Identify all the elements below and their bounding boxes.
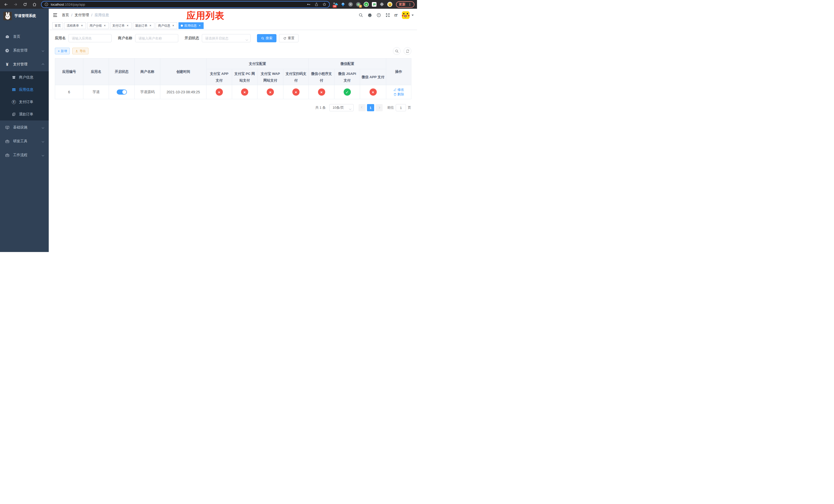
- profile-avatar-icon[interactable]: [387, 2, 392, 7]
- help-icon[interactable]: ?: [376, 13, 381, 18]
- user-menu-caret-icon[interactable]: [412, 15, 414, 16]
- col-header-created: 创建时间: [160, 59, 206, 85]
- tab-home[interactable]: 首页: [52, 22, 63, 29]
- browser-back-icon[interactable]: [3, 1, 9, 8]
- table-toolbar: + 新增 导出: [55, 47, 411, 55]
- sidebar-item-app-info[interactable]: 应用信息: [0, 84, 49, 96]
- prev-page-button[interactable]: [358, 104, 366, 111]
- current-page[interactable]: 1: [367, 104, 374, 111]
- refresh-table-button[interactable]: [404, 47, 411, 55]
- bookmark-star-icon[interactable]: [322, 2, 327, 6]
- add-button[interactable]: + 新增: [55, 48, 70, 54]
- github-icon[interactable]: [368, 13, 372, 18]
- channel-status-icon: ✓: [344, 88, 351, 96]
- browser-menu-icon[interactable]: ⋮: [408, 2, 412, 6]
- pagination: 共 1 条 10条/页 1 前往 页: [55, 104, 411, 111]
- password-key-icon[interactable]: [306, 2, 311, 6]
- sidebar-item-refund-orders[interactable]: 退款订单: [0, 108, 49, 120]
- sidebar-item-home[interactable]: 首页: [0, 30, 49, 44]
- close-icon[interactable]: ×: [149, 24, 152, 27]
- header-search-icon[interactable]: [358, 13, 363, 18]
- tab-pay-orders[interactable]: 支付订单×: [110, 22, 132, 29]
- breadcrumb-section[interactable]: 支付管理: [74, 13, 89, 18]
- extension-y-icon[interactable]: y: [364, 2, 369, 7]
- yen-icon: ¥: [5, 62, 9, 67]
- chevron-down-icon: [42, 153, 44, 157]
- address-bar[interactable]: localhost:1024/pay/app: [41, 1, 330, 8]
- tab-merchant-info[interactable]: 商户信息×: [156, 22, 177, 29]
- col-header-status: 开启状态: [109, 59, 135, 85]
- sidebar-item-pay-orders[interactable]: ¥ 支付订单: [0, 96, 49, 108]
- extension-area: 10 ⌘ 1 y: [332, 2, 394, 7]
- navbar-actions: ? tT: [354, 11, 414, 19]
- sidebar-collapse-icon[interactable]: [52, 13, 58, 18]
- app-title: 芋道管理系统: [14, 14, 36, 18]
- browser-update-button[interactable]: 更新 ⋮: [396, 1, 414, 8]
- reset-button[interactable]: 重置: [279, 34, 299, 42]
- close-icon[interactable]: ×: [198, 24, 201, 27]
- active-dot: [181, 25, 183, 27]
- breadcrumb: 首页 / 支付管理 / 应用信息: [62, 13, 109, 18]
- status-label: 开启状态: [185, 36, 199, 41]
- user-avatar[interactable]: [402, 11, 410, 19]
- app-name-input[interactable]: [68, 34, 112, 42]
- col-header-wx-lite: 微信小程序支付: [309, 69, 334, 85]
- close-icon[interactable]: ×: [172, 24, 175, 27]
- yen-circle-icon: ¥: [12, 100, 16, 104]
- browser-reload-icon[interactable]: [22, 1, 28, 8]
- documents-icon: [12, 112, 16, 116]
- channel-status-icon: ×: [216, 88, 223, 96]
- share-icon[interactable]: [314, 2, 319, 6]
- tab-user-group[interactable]: 用户分组×: [87, 22, 109, 29]
- extension-chat-icon[interactable]: [372, 2, 376, 7]
- close-icon[interactable]: ×: [80, 24, 84, 27]
- goto-page-input[interactable]: [396, 104, 406, 111]
- tab-process-form[interactable]: 流程表单×: [64, 22, 86, 29]
- app-name-label: 应用名: [55, 36, 66, 41]
- font-size-icon[interactable]: tT: [394, 13, 397, 18]
- close-icon[interactable]: ×: [126, 24, 129, 27]
- extension-blocks-icon[interactable]: 10: [333, 2, 338, 7]
- extension-badge: 1: [359, 5, 362, 8]
- tab-app-info-active[interactable]: 应用信息×: [178, 22, 204, 29]
- channel-status-icon: ×: [292, 88, 300, 96]
- export-button[interactable]: 导出: [72, 48, 88, 54]
- site-info-icon[interactable]: [44, 2, 48, 6]
- extension-command-icon[interactable]: ⌘: [348, 2, 353, 7]
- breadcrumb-home[interactable]: 首页: [62, 13, 69, 18]
- next-page-button[interactable]: [375, 104, 382, 111]
- delete-link[interactable]: 删除: [393, 92, 404, 97]
- status-toggle[interactable]: [117, 90, 127, 95]
- logo-image: [3, 12, 12, 20]
- status-select[interactable]: [202, 34, 250, 42]
- browser-home-icon[interactable]: [31, 1, 38, 8]
- cell-alipay-wap: ×: [258, 85, 283, 99]
- search-button[interactable]: 搜索: [257, 34, 277, 42]
- fullscreen-icon[interactable]: [386, 13, 390, 18]
- sidebar-item-workflow[interactable]: 工作流程: [0, 148, 49, 162]
- merchant-name-label: 商户名称: [118, 36, 132, 41]
- channel-status-icon: ×: [318, 88, 325, 96]
- sidebar-item-infrastructure[interactable]: 基础设施: [0, 120, 49, 134]
- close-icon[interactable]: ×: [103, 24, 106, 27]
- tab-refund-orders[interactable]: 退款订单×: [133, 22, 154, 29]
- chevron-up-icon: [42, 62, 44, 66]
- chevron-down-icon: [349, 107, 351, 111]
- app-logo[interactable]: 芋道管理系统: [0, 9, 49, 23]
- extensions-puzzle-icon[interactable]: [379, 2, 384, 7]
- toolbox-icon: [5, 139, 9, 143]
- extension-green-dot-icon[interactable]: 1: [356, 2, 360, 7]
- sidebar-item-dev-tools[interactable]: 研发工具: [0, 134, 49, 148]
- edit-link[interactable]: 修改: [393, 87, 404, 92]
- col-header-merchant: 商户名称: [135, 59, 160, 85]
- sidebar-item-merchant-info[interactable]: 商户信息: [0, 71, 49, 84]
- browser-forward-icon[interactable]: [12, 1, 19, 8]
- dashboard-icon: [5, 35, 9, 39]
- extension-kite-icon[interactable]: [341, 2, 345, 7]
- page-size-select[interactable]: 10条/页: [329, 104, 354, 111]
- show-search-toggle-button[interactable]: [393, 47, 401, 55]
- merchant-name-input[interactable]: [135, 34, 178, 42]
- sidebar-item-payment[interactable]: ¥ 支付管理: [0, 58, 49, 71]
- sidebar-item-system[interactable]: 系统管理: [0, 44, 49, 58]
- channel-status-icon: ×: [370, 88, 377, 96]
